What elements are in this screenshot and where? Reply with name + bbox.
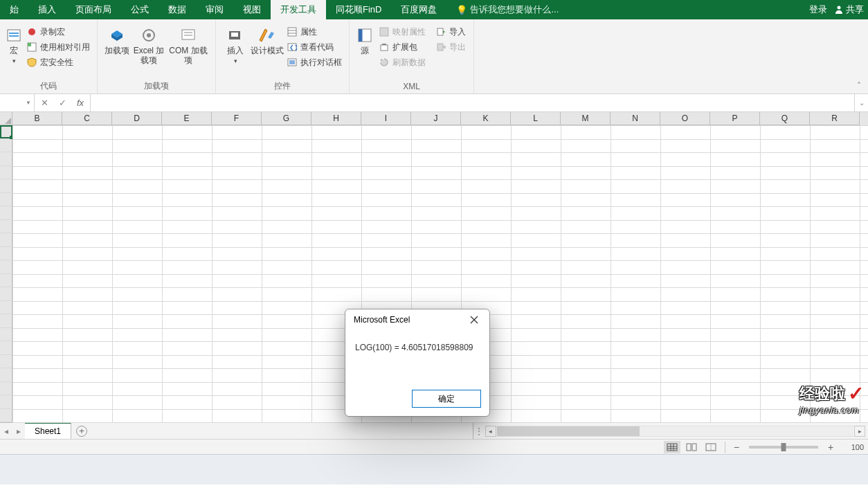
scroll-track[interactable]: [497, 426, 853, 437]
addins-button[interactable]: 加载项: [102, 24, 132, 79]
excel-addins-button[interactable]: Excel 加载项: [132, 24, 165, 79]
view-normal-button[interactable]: [664, 441, 680, 453]
horizontal-scrollbar[interactable]: ◂ ▸: [485, 423, 868, 439]
properties[interactable]: 属性: [284, 25, 345, 39]
select-all-triangle[interactable]: [0, 112, 12, 125]
row-head[interactable]: [0, 139, 12, 153]
row-head[interactable]: [0, 382, 12, 396]
col-head[interactable]: F: [212, 112, 262, 125]
col-head[interactable]: L: [511, 112, 561, 125]
row-head[interactable]: [0, 233, 12, 247]
row-head[interactable]: [0, 301, 12, 315]
svg-rect-31: [667, 444, 677, 451]
formula-input[interactable]: [91, 94, 854, 111]
row-head[interactable]: [0, 206, 12, 220]
expand-formula-bar[interactable]: ⌄: [854, 94, 868, 111]
col-head[interactable]: I: [361, 112, 411, 125]
new-sheet-button[interactable]: +: [71, 423, 92, 439]
tab-baidu[interactable]: 百度网盘: [391, 0, 446, 19]
insert-function-button[interactable]: fx: [75, 98, 86, 109]
tab-view[interactable]: 视图: [233, 0, 271, 19]
col-head[interactable]: C: [62, 112, 112, 125]
zoom-slider[interactable]: [749, 446, 818, 449]
enter-formula-button[interactable]: ✓: [57, 98, 68, 109]
col-head[interactable]: Q: [760, 112, 810, 125]
tab-review[interactable]: 审阅: [196, 0, 233, 19]
row-head[interactable]: [0, 125, 12, 139]
scroll-thumb[interactable]: [497, 426, 640, 436]
col-head[interactable]: M: [561, 112, 611, 125]
col-head[interactable]: J: [411, 112, 461, 125]
col-head[interactable]: E: [162, 112, 212, 125]
dialog-close-button[interactable]: [464, 312, 484, 327]
tab-find[interactable]: 同花顺FinD: [326, 0, 391, 19]
scroll-left-button[interactable]: ◂: [485, 426, 496, 437]
view-code[interactable]: ❮❯查看代码: [284, 40, 345, 54]
row-head[interactable]: [0, 409, 12, 423]
relative-ref[interactable]: 使用相对引用: [24, 40, 93, 54]
group-code: 宏▾ 录制宏 使用相对引用 宏安全性 代码: [0, 19, 98, 93]
row-head[interactable]: [0, 152, 12, 166]
scroll-right-button[interactable]: ▸: [854, 426, 865, 437]
col-head[interactable]: G: [262, 112, 311, 125]
os-taskbar: [0, 454, 868, 485]
zoom-thumb[interactable]: [781, 443, 786, 451]
row-head[interactable]: [0, 314, 12, 328]
row-head[interactable]: [0, 395, 12, 409]
macros-button[interactable]: 宏▾: [4, 24, 24, 79]
cancel-formula-button[interactable]: ✕: [39, 98, 50, 109]
row-head[interactable]: [0, 341, 12, 355]
macro-security[interactable]: 宏安全性: [24, 55, 93, 69]
col-head[interactable]: B: [12, 112, 62, 125]
row-head[interactable]: [0, 166, 12, 180]
view-pagebreak-button[interactable]: [703, 441, 719, 453]
col-head[interactable]: K: [461, 112, 511, 125]
name-box[interactable]: ▼: [0, 94, 35, 111]
row-head[interactable]: [0, 287, 12, 301]
worksheet-grid[interactable]: B C D E F G H I J K L M N O P Q R Micros…: [0, 112, 868, 422]
view-pagelayout-button[interactable]: [683, 441, 700, 453]
run-dialog[interactable]: 执行对话框: [284, 55, 345, 69]
sheet-nav-next[interactable]: ▸: [12, 423, 25, 439]
design-mode-button[interactable]: 设计模式: [251, 24, 284, 79]
import[interactable]: 导入: [433, 25, 469, 39]
tab-formulas[interactable]: 公式: [121, 0, 159, 19]
com-addins-button[interactable]: COM 加载项: [165, 24, 211, 79]
map-properties-label: 映射属性: [392, 26, 426, 38]
row-head[interactable]: [0, 220, 12, 234]
tab-start[interactable]: 始: [0, 0, 28, 19]
zoom-level[interactable]: 100: [843, 443, 864, 451]
sheet-nav-prev[interactable]: ◂: [0, 423, 12, 439]
col-head[interactable]: N: [611, 112, 660, 125]
login-link[interactable]: 登录: [809, 3, 827, 16]
split-handle[interactable]: ⋮: [473, 423, 485, 439]
row-head[interactable]: [0, 355, 12, 369]
tell-me[interactable]: 💡告诉我您想要做什么...: [446, 0, 568, 19]
record-macro[interactable]: 录制宏: [24, 25, 93, 39]
sheet-tab[interactable]: Sheet1: [25, 422, 71, 439]
row-head[interactable]: [0, 328, 12, 342]
collapse-ribbon-button[interactable]: ˄: [850, 19, 868, 93]
col-head[interactable]: R: [810, 112, 860, 125]
row-head[interactable]: [0, 260, 12, 274]
share-button[interactable]: 共享: [834, 3, 864, 16]
dialog-ok-button[interactable]: 确定: [412, 390, 481, 408]
col-head[interactable]: D: [112, 112, 162, 125]
col-head[interactable]: P: [710, 112, 760, 125]
row-head[interactable]: [0, 193, 12, 207]
col-head[interactable]: H: [311, 112, 361, 125]
expansion-pack[interactable]: 扩展包: [376, 40, 428, 54]
row-head[interactable]: [0, 247, 12, 261]
tab-developer[interactable]: 开发工具: [271, 0, 326, 19]
source-button[interactable]: 源: [354, 24, 376, 79]
insert-control-button[interactable]: 插入▾: [220, 24, 251, 79]
zoom-in-button[interactable]: +: [825, 442, 836, 453]
row-head[interactable]: [0, 179, 12, 193]
tab-data[interactable]: 数据: [159, 0, 196, 19]
row-head[interactable]: [0, 368, 12, 382]
col-head[interactable]: O: [660, 112, 710, 125]
row-head[interactable]: [0, 274, 12, 288]
tab-insert[interactable]: 插入: [28, 0, 66, 19]
zoom-out-button[interactable]: −: [731, 442, 742, 453]
tab-pagelayout[interactable]: 页面布局: [66, 0, 121, 19]
